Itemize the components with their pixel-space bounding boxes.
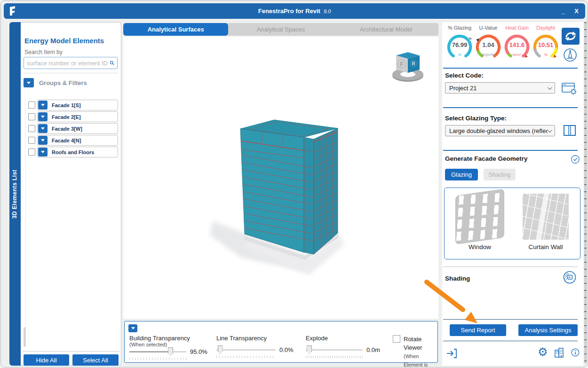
facade-item[interactable]: Facade 3[W] — [37, 123, 118, 134]
facade-checkbox[interactable] — [28, 137, 35, 144]
slider-thumb[interactable] — [307, 345, 312, 354]
tab-architectural-model[interactable]: Architectural Model — [334, 23, 438, 36]
rotate-viewer-checkbox[interactable] — [393, 335, 400, 343]
window-option-thumbnail[interactable] — [455, 189, 504, 244]
gauge-heat-gain: Heat Gain 141.6 W/m² — [502, 25, 532, 60]
facade-checkbox[interactable] — [28, 113, 35, 120]
facade-item[interactable]: Roofs and Floors — [37, 147, 118, 157]
glazing-toggle-button[interactable]: Glazing — [445, 169, 478, 180]
analysis-panel: % Glazing 76.99 % U-Value — [442, 22, 583, 366]
view-cube-front-label: F — [400, 61, 403, 68]
rotate-viewer-sublabel: (When Element is Selected) — [404, 353, 428, 368]
minimize-button[interactable]: _ — [562, 8, 565, 15]
line-transparency-slider[interactable] — [216, 345, 276, 354]
chevron-down-icon — [41, 151, 45, 153]
curtain-wall-option-thumbnail[interactable] — [523, 194, 569, 240]
glazing-window-icon[interactable] — [563, 124, 577, 137]
shading-device-icon[interactable] — [563, 270, 577, 284]
gauge-label: Heat Gain — [502, 25, 532, 32]
info-icon[interactable] — [570, 347, 580, 358]
tab-analytical-surfaces[interactable]: Analytical Surfaces — [123, 23, 228, 36]
search-icon[interactable] — [110, 59, 114, 67]
divider — [443, 341, 578, 341]
tab-analytical-spaces[interactable]: Analytical Spaces — [228, 23, 333, 36]
view-cube-right-label: R — [412, 61, 415, 66]
buildings-icon[interactable] — [553, 346, 565, 359]
groups-filters-expand-button[interactable] — [24, 78, 34, 87]
facade-checkbox[interactable] — [28, 125, 35, 132]
facade-expand-button[interactable] — [38, 112, 48, 121]
check-circle-icon[interactable] — [570, 154, 580, 164]
facade-label: Facade 4[N] — [52, 138, 81, 143]
sync-icon — [564, 30, 577, 43]
gauge-daylight: Daylight 10.51 % — [531, 25, 561, 60]
curtain-wall-option-label: Curtain Wall — [510, 243, 581, 251]
select-all-button[interactable]: Select All — [72, 354, 119, 366]
code-settings-icon[interactable] — [561, 81, 578, 95]
elements-list-strip[interactable]: 3D Elements List — [9, 22, 21, 366]
sync-model-button[interactable] — [562, 28, 580, 45]
building-front-face — [240, 129, 304, 252]
building-transparency-value: 95.0% — [190, 348, 210, 355]
chevron-down-icon — [548, 128, 552, 133]
view-cube[interactable]: F R — [392, 52, 423, 82]
facade-label: Roofs and Floors — [52, 149, 94, 155]
building-model[interactable]: F R — [123, 37, 438, 319]
list-scrollbar-thumb[interactable] — [24, 327, 26, 347]
gauge-unit: W/(m²K) — [473, 53, 503, 57]
facade-expand-button[interactable] — [38, 148, 48, 157]
orientation-compass-icon[interactable] — [563, 47, 578, 63]
list-item: Facade 4[N] — [21, 134, 118, 146]
hide-all-button[interactable]: Hide All — [24, 354, 69, 366]
divider — [22, 351, 119, 352]
list-item: Facade 3[W] — [21, 123, 118, 134]
gauge-unit: % — [531, 53, 561, 57]
facade-label: Facade 2[E] — [52, 114, 81, 120]
chevron-down-icon — [41, 104, 45, 106]
select-glazing-dropdown[interactable]: Large double-glazed windows (reflecti — [445, 125, 555, 136]
exit-icon[interactable] — [446, 347, 458, 360]
facade-item[interactable]: Facade 2[E] — [37, 111, 118, 122]
building-transparency-slider[interactable] — [129, 347, 186, 356]
divider — [443, 319, 578, 320]
facade-geometry-options: Window Curtain Wall — [444, 188, 580, 259]
facade-label: Facade 1[S] — [52, 102, 81, 108]
title-bar: FenestraPro for Revit9.0 _ X — [4, 3, 585, 19]
facade-expand-button[interactable] — [38, 101, 48, 110]
gauge-unit: W/m² — [502, 53, 532, 57]
building-side-face — [314, 128, 338, 254]
shading-section-title: Shading — [445, 275, 470, 282]
facade-checkbox[interactable] — [28, 149, 35, 156]
explode-slider[interactable] — [306, 345, 363, 354]
gauge-u-value: U-Value 1.04 W/(m²K) — [473, 25, 503, 60]
settings-gear-icon[interactable]: ⚙ — [538, 346, 548, 358]
chevron-down-icon — [131, 327, 135, 329]
select-code-dropdown[interactable]: Project 21 — [445, 82, 555, 94]
gauge-value: 10.51 — [531, 41, 561, 48]
panel-scrollbar[interactable] — [584, 22, 587, 363]
facade-expand-button[interactable] — [38, 136, 48, 145]
groups-filters-label: Groups & Filters — [39, 79, 87, 86]
gauge-value: 76.99 — [445, 41, 475, 48]
shading-toggle-button[interactable]: Shading — [484, 169, 516, 180]
search-input[interactable] — [27, 60, 110, 67]
slider-thumb[interactable] — [218, 345, 223, 354]
divider — [443, 107, 578, 108]
building-transparency-label: Building Transparency — [129, 335, 216, 342]
facade-expand-button[interactable] — [38, 124, 48, 133]
controls-collapse-button[interactable] — [128, 324, 137, 332]
facade-item[interactable]: Facade 4[N] — [37, 135, 118, 146]
model-viewer[interactable]: F R — [123, 37, 438, 319]
fenestrapro-logo — [8, 6, 19, 16]
gauge-label: % Glazing — [445, 25, 475, 32]
explode-value: 0.0m — [366, 346, 386, 353]
close-button[interactable]: X — [574, 8, 579, 15]
slider-ticks — [216, 356, 276, 358]
slider-thumb[interactable] — [168, 347, 173, 356]
generate-facade-title: Generate Facade Geometry — [445, 155, 528, 162]
analysis-settings-button[interactable]: Analysis Settings — [518, 324, 578, 336]
send-report-button[interactable]: Send Report — [450, 324, 506, 336]
explode-label: Explode — [306, 335, 393, 342]
facade-item[interactable]: Facade 1[S] — [37, 100, 118, 110]
facade-checkbox[interactable] — [28, 102, 35, 109]
